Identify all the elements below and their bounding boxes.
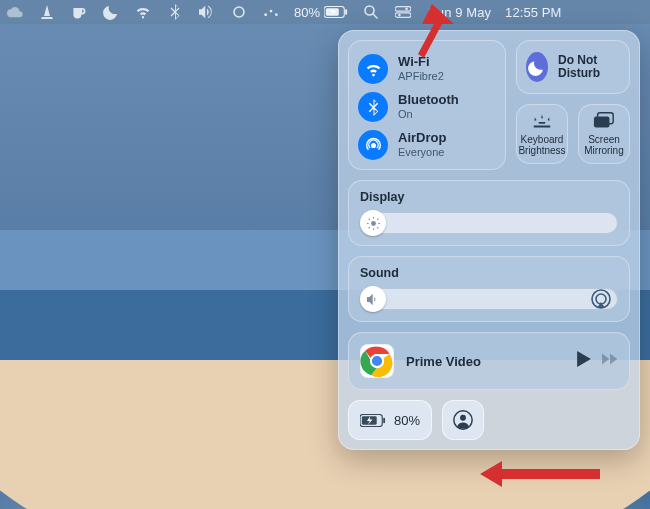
display-slider[interactable] — [360, 212, 618, 234]
sound-tile[interactable]: Sound — [348, 256, 630, 322]
connectivity-tile[interactable]: Wi-Fi APFibre2 Bluetooth On AirDrop — [348, 40, 506, 170]
airdrop-title: AirDrop — [398, 131, 446, 146]
user-fast-switching-tile[interactable] — [442, 400, 484, 440]
battery-icon — [360, 414, 386, 427]
wifi-icon[interactable] — [134, 3, 152, 21]
svg-point-2 — [270, 10, 273, 13]
dots-icon[interactable] — [262, 3, 280, 21]
bluetooth-status: On — [398, 108, 459, 121]
svg-point-10 — [405, 8, 408, 11]
media-title: Prime Video — [406, 354, 564, 369]
bluetooth-icon — [358, 92, 388, 122]
svg-point-1 — [264, 13, 267, 16]
dnd-toggle[interactable]: Do Not Disturb — [516, 40, 630, 94]
airdrop-toggle[interactable]: AirDrop Everyone — [358, 126, 496, 164]
svg-point-0 — [234, 7, 244, 17]
vlc-cone-icon[interactable] — [38, 3, 56, 21]
chrome-app-icon — [360, 344, 394, 378]
wifi-toggle[interactable]: Wi-Fi APFibre2 — [358, 50, 496, 88]
now-playing-tile[interactable]: Prime Video — [348, 332, 630, 390]
svg-point-12 — [398, 14, 401, 17]
svg-point-16 — [371, 221, 376, 226]
airplay-audio-icon[interactable] — [590, 288, 612, 310]
wifi-network: APFibre2 — [398, 70, 444, 83]
control-center-panel: Wi-Fi APFibre2 Bluetooth On AirDrop — [338, 30, 640, 450]
screen-mirroring-icon — [593, 112, 615, 130]
sound-slider-thumb[interactable] — [360, 286, 386, 312]
battery-tile[interactable]: 80% — [348, 400, 432, 440]
user-circle-icon — [452, 409, 474, 431]
airdrop-icon — [358, 130, 388, 160]
battery-percent-label: 80% — [394, 413, 420, 428]
wifi-title: Wi-Fi — [398, 55, 444, 70]
display-slider-thumb[interactable] — [360, 210, 386, 236]
svg-rect-5 — [345, 9, 347, 15]
svg-rect-11 — [395, 13, 411, 17]
coffee-icon[interactable] — [70, 3, 88, 21]
svg-rect-32 — [383, 417, 385, 423]
svg-point-3 — [275, 13, 278, 16]
search-alt-icon[interactable] — [230, 3, 248, 21]
keyboard-brightness-label: Keyboard Brightness — [518, 134, 566, 156]
svg-point-13 — [370, 142, 375, 147]
spotlight-icon[interactable] — [362, 3, 380, 21]
bluetooth-icon[interactable] — [166, 3, 184, 21]
svg-line-8 — [373, 14, 377, 18]
battery-status[interactable]: 80% — [294, 5, 348, 20]
keyboard-brightness-icon — [531, 112, 553, 130]
svg-line-24 — [377, 218, 378, 219]
moon-icon[interactable] — [102, 3, 120, 21]
menubar-date[interactable]: Sun 9 May — [428, 5, 491, 20]
menu-bar: 80% Sun 9 May 12:55 PM — [0, 0, 650, 24]
battery-percent: 80% — [294, 5, 320, 20]
svg-point-35 — [460, 415, 466, 421]
keyboard-brightness-tile[interactable]: Keyboard Brightness — [516, 104, 568, 164]
display-label: Display — [360, 190, 618, 204]
bluetooth-toggle[interactable]: Bluetooth On — [358, 88, 496, 126]
control-center-icon[interactable] — [394, 3, 412, 21]
bluetooth-title: Bluetooth — [398, 93, 459, 108]
speaker-icon — [367, 293, 380, 306]
wifi-icon — [358, 54, 388, 84]
sound-label: Sound — [360, 266, 618, 280]
cloud-icon[interactable] — [6, 3, 24, 21]
fast-forward-button[interactable] — [602, 351, 618, 371]
screen-mirroring-label: Screen Mirroring — [580, 134, 628, 156]
svg-line-23 — [368, 227, 369, 228]
dnd-label: Do Not Disturb — [558, 54, 620, 80]
svg-rect-15 — [594, 116, 610, 127]
svg-line-21 — [368, 218, 369, 219]
moon-icon — [526, 52, 548, 82]
svg-line-22 — [377, 227, 378, 228]
volume-icon[interactable] — [198, 3, 216, 21]
screen-mirroring-tile[interactable]: Screen Mirroring — [578, 104, 630, 164]
svg-rect-9 — [395, 7, 411, 11]
display-tile[interactable]: Display — [348, 180, 630, 246]
airdrop-visibility: Everyone — [398, 146, 446, 159]
sound-slider[interactable] — [360, 288, 618, 310]
menubar-time[interactable]: 12:55 PM — [505, 5, 561, 20]
play-button[interactable] — [576, 351, 592, 371]
sun-icon — [367, 217, 380, 230]
